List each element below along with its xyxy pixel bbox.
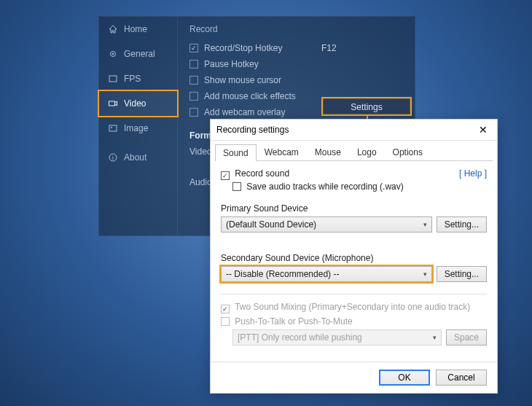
sidebar-item-label: Video xyxy=(124,98,146,109)
primary-device-label: Primary Sound Device xyxy=(221,203,487,214)
checkbox-record-sound[interactable]: Record sound xyxy=(221,168,487,180)
combo-value: [PTT] Only record while pushing xyxy=(238,332,362,343)
chevron-down-icon: ▾ xyxy=(433,334,437,341)
svg-point-1 xyxy=(112,53,114,55)
option-record-stop-hotkey[interactable]: Record/Stop Hotkey F12 xyxy=(189,40,403,56)
option-label: Record/Stop Hotkey xyxy=(204,43,282,53)
dialog-button-row: OK Cancel xyxy=(211,362,497,393)
primary-setting-button[interactable]: Setting... xyxy=(437,216,487,233)
sidebar-item-image[interactable]: Image xyxy=(99,116,177,141)
tab-bar: Sound Webcam Mouse Logo Options xyxy=(215,144,493,161)
combo-value: -- Disable (Recommended) -- xyxy=(226,269,339,279)
svg-point-5 xyxy=(111,127,112,128)
info-icon: i xyxy=(108,152,118,163)
option-label: Add mouse click effects xyxy=(204,91,296,101)
primary-device-combo[interactable]: (Default Sound Device) ▾ xyxy=(221,216,432,233)
image-icon xyxy=(108,123,118,133)
tab-logo[interactable]: Logo xyxy=(349,144,385,160)
sidebar: Home General FPS Video Image xyxy=(99,17,178,235)
checkbox-push-to-talk: Push-To-Talk or Push-To-Mute xyxy=(221,316,487,327)
checkbox-icon xyxy=(221,305,230,313)
sidebar-item-home[interactable]: Home xyxy=(99,17,177,42)
settings-button[interactable]: Settings xyxy=(323,98,410,114)
checkbox-icon xyxy=(221,317,230,326)
svg-text:i: i xyxy=(112,155,114,161)
fps-icon xyxy=(108,74,118,84)
checkbox-icon[interactable] xyxy=(232,182,241,191)
tab-mouse[interactable]: Mouse xyxy=(307,144,349,160)
checkbox-icon[interactable] xyxy=(189,108,198,117)
option-value: F12 xyxy=(321,43,374,53)
tab-webcam[interactable]: Webcam xyxy=(257,144,307,160)
sidebar-item-general[interactable]: General xyxy=(99,42,177,66)
checkbox-label: Save audio tracks while recording (.wav) xyxy=(246,181,403,192)
secondary-device-label: Secondary Sound Device (Microphone) xyxy=(221,253,487,263)
checkbox-icon[interactable] xyxy=(189,44,198,52)
checkbox-icon[interactable] xyxy=(189,60,198,69)
sidebar-item-video[interactable]: Video xyxy=(99,91,177,116)
chevron-down-icon: ▾ xyxy=(423,270,427,278)
sidebar-item-about[interactable]: i About xyxy=(99,145,177,170)
dialog-titlebar: Recording settings ✕ xyxy=(211,120,497,141)
sidebar-item-label: FPS xyxy=(124,74,141,84)
disabled-group: Two Sound Mixing (Primary+Secondary into… xyxy=(221,302,487,346)
separator xyxy=(221,294,487,294)
cancel-button[interactable]: Cancel xyxy=(436,370,487,386)
sidebar-item-label: Image xyxy=(124,123,148,133)
option-show-mouse-cursor[interactable]: Show mouse cursor xyxy=(189,72,403,88)
ptt-key-button: Space xyxy=(446,329,487,346)
ok-button[interactable]: OK xyxy=(379,370,430,386)
dialog-title: Recording settings xyxy=(216,125,289,135)
secondary-setting-button[interactable]: Setting... xyxy=(437,266,487,282)
checkbox-icon[interactable] xyxy=(221,171,230,180)
ptt-mode-combo: [PTT] Only record while pushing ▾ xyxy=(232,329,442,346)
checkbox-icon[interactable] xyxy=(189,92,198,101)
option-label: Pause Hotkey xyxy=(204,59,259,69)
checkbox-icon[interactable] xyxy=(189,76,198,85)
recording-settings-dialog: Recording settings ✕ Sound Webcam Mouse … xyxy=(210,119,498,394)
checkbox-label: Two Sound Mixing (Primary+Secondary into… xyxy=(235,302,470,312)
option-label: Add webcam overlay xyxy=(204,107,285,117)
close-icon[interactable]: ✕ xyxy=(475,124,491,136)
checkbox-label: Push-To-Talk or Push-To-Mute xyxy=(235,316,352,327)
gear-icon xyxy=(108,49,118,59)
svg-rect-4 xyxy=(109,125,117,131)
sidebar-item-label: Home xyxy=(124,24,147,34)
help-link[interactable]: [ Help ] xyxy=(459,168,487,179)
checkbox-label: Record sound xyxy=(235,168,289,179)
record-section-title: Record xyxy=(189,24,403,34)
video-icon xyxy=(108,98,118,109)
secondary-device-combo[interactable]: -- Disable (Recommended) -- ▾ xyxy=(221,266,432,282)
option-label: Show mouse cursor xyxy=(204,75,281,85)
combo-value: (Default Sound Device) xyxy=(226,219,316,230)
option-pause-hotkey[interactable]: Pause Hotkey xyxy=(189,56,403,72)
svg-rect-2 xyxy=(109,76,117,82)
home-icon xyxy=(108,24,118,34)
sidebar-item-label: General xyxy=(124,49,155,59)
svg-rect-3 xyxy=(109,101,115,106)
tab-options[interactable]: Options xyxy=(385,144,431,160)
dialog-body: [ Help ] Record sound Save audio tracks … xyxy=(211,161,497,351)
checkbox-two-sound-mixing: Two Sound Mixing (Primary+Secondary into… xyxy=(221,302,487,313)
tab-sound[interactable]: Sound xyxy=(215,144,257,161)
sidebar-item-label: About xyxy=(124,152,146,163)
checkbox-save-tracks[interactable]: Save audio tracks while recording (.wav) xyxy=(221,181,487,192)
sidebar-item-fps[interactable]: FPS xyxy=(99,66,177,91)
chevron-down-icon: ▾ xyxy=(423,221,427,228)
